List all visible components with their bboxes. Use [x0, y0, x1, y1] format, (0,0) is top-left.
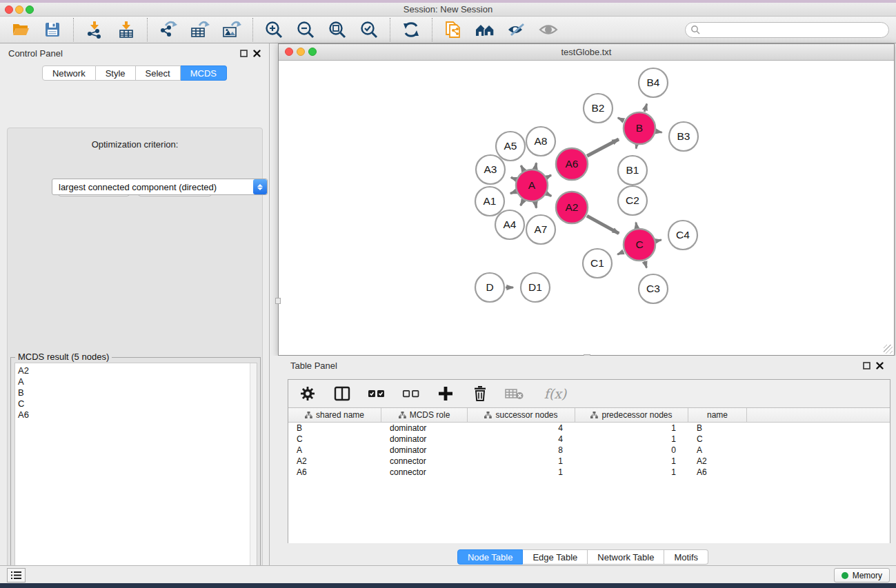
delete-row-icon[interactable]: [470, 384, 490, 403]
task-history-button[interactable]: [7, 568, 26, 582]
table-cell[interactable]: A6: [688, 467, 747, 478]
table-row[interactable]: Bdominator41B: [288, 423, 890, 434]
mcds-result-item[interactable]: A: [18, 376, 257, 387]
graph-edge-A2-C[interactable]: [587, 216, 619, 234]
graph-edge-C-C4[interactable]: [656, 240, 661, 241]
tab-node-table[interactable]: Node Table: [457, 549, 524, 565]
export-table-icon[interactable]: [189, 19, 211, 41]
tab-mcds[interactable]: MCDS: [181, 65, 227, 81]
float-table-panel-icon[interactable]: [863, 362, 870, 369]
column-header-mcds-role[interactable]: MCDS role: [381, 408, 468, 422]
table-cell[interactable]: dominator: [381, 445, 468, 456]
table-cell[interactable]: B: [688, 423, 747, 434]
graph-edge-A-A6[interactable]: [547, 175, 551, 177]
mcds-result-item[interactable]: C: [18, 398, 257, 409]
graph-node-D1[interactable]: D1: [521, 273, 550, 302]
panel-splitter-grip[interactable]: [275, 298, 281, 304]
table-cell[interactable]: 1: [575, 467, 688, 478]
graph-node-C[interactable]: C: [624, 229, 655, 261]
graph-node-A3[interactable]: A3: [476, 155, 505, 184]
import-network-icon[interactable]: [83, 19, 106, 41]
scrollbar[interactable]: [250, 363, 257, 588]
close-network-button[interactable]: [285, 48, 293, 56]
apply-layout-icon[interactable]: [400, 19, 422, 41]
graph-node-A4[interactable]: A4: [495, 210, 524, 239]
graph-node-A8[interactable]: A8: [526, 127, 555, 156]
column-header-shared-name[interactable]: shared name: [288, 408, 381, 422]
table-cell[interactable]: dominator: [381, 423, 468, 434]
zoom-fit-icon[interactable]: [326, 19, 348, 41]
minimize-window-button[interactable]: [15, 6, 23, 14]
graph-edge-A-A8[interactable]: [535, 163, 537, 168]
graph-node-A7[interactable]: A7: [526, 215, 555, 244]
select-all-icon[interactable]: [367, 384, 386, 403]
table-cell[interactable]: A: [688, 445, 747, 456]
maximize-network-button[interactable]: [308, 48, 317, 56]
graph-edge-A-A3[interactable]: [511, 177, 516, 179]
table-row[interactable]: Cdominator41C: [288, 434, 890, 445]
graph-node-C2[interactable]: C2: [618, 186, 647, 215]
graph-edge-B-B3[interactable]: [657, 132, 662, 132]
graph-edge-B-B2[interactable]: [618, 118, 624, 121]
zoom-selected-icon[interactable]: [358, 19, 380, 41]
graph-node-C4[interactable]: C4: [668, 221, 697, 250]
zoom-in-icon[interactable]: [263, 19, 285, 41]
graph-edge-A-A7[interactable]: [535, 202, 537, 207]
table-cell[interactable]: C: [288, 434, 381, 445]
graph-edge-C-C1[interactable]: [617, 252, 624, 254]
graph-edge-A-A4[interactable]: [521, 201, 524, 205]
table-cell[interactable]: 1: [575, 456, 688, 467]
graph-node-A2[interactable]: A2: [556, 192, 588, 223]
show-columns-icon[interactable]: [332, 384, 352, 403]
graph-node-D[interactable]: D: [475, 273, 504, 302]
float-panel-icon[interactable]: [240, 50, 248, 57]
search-box[interactable]: [685, 22, 889, 38]
criterion-dropdown[interactable]: largest connected component (directed): [52, 179, 268, 195]
graph-node-A5[interactable]: A5: [496, 132, 525, 161]
graph-edge-A6-B[interactable]: [587, 139, 619, 156]
resize-grip-icon[interactable]: [884, 345, 893, 354]
tab-motifs[interactable]: Motifs: [664, 549, 708, 565]
memory-button[interactable]: Memory: [834, 568, 890, 582]
open-session-icon[interactable]: [10, 19, 32, 41]
close-table-panel-icon[interactable]: [876, 362, 884, 369]
graph-edge-B-B4[interactable]: [644, 104, 646, 112]
table-cell[interactable]: 1: [575, 423, 688, 434]
column-header-successor-nodes[interactable]: successor nodes: [468, 408, 575, 422]
graph-node-B1[interactable]: B1: [618, 156, 647, 185]
table-cell[interactable]: 4: [468, 434, 575, 445]
graph-edge-A-A2[interactable]: [547, 194, 551, 196]
table-cell[interactable]: 8: [468, 445, 575, 456]
graph-node-A1[interactable]: A1: [475, 187, 504, 216]
graph-edge-A-A5[interactable]: [521, 165, 524, 170]
minimize-network-button[interactable]: [297, 48, 305, 56]
tab-network-table[interactable]: Network Table: [588, 549, 664, 565]
table-cell[interactable]: 1: [575, 434, 688, 445]
graph-edge-C-C3[interactable]: [644, 261, 646, 268]
export-image-icon[interactable]: [221, 19, 243, 41]
mcds-result-item[interactable]: A6: [18, 409, 257, 420]
table-cell[interactable]: A2: [688, 456, 747, 467]
save-session-icon[interactable]: [41, 19, 63, 41]
close-window-button[interactable]: [5, 6, 13, 14]
close-panel-icon[interactable]: [253, 50, 261, 57]
table-cell[interactable]: A2: [288, 456, 381, 467]
table-cell[interactable]: 4: [468, 423, 575, 434]
graph-node-B3[interactable]: B3: [669, 122, 698, 151]
network-window-titlebar[interactable]: testGlobe.txt: [279, 44, 894, 61]
tab-style[interactable]: Style: [96, 65, 136, 81]
column-header-predecessor-nodes[interactable]: predecessor nodes: [575, 408, 688, 422]
tab-select[interactable]: Select: [136, 65, 181, 81]
graph-node-C1[interactable]: C1: [583, 249, 612, 278]
table-cell[interactable]: A: [288, 445, 381, 456]
table-cell[interactable]: connector: [381, 456, 468, 467]
table-cell[interactable]: A6: [288, 467, 381, 478]
table-cell[interactable]: 1: [468, 456, 575, 467]
add-row-icon[interactable]: [436, 384, 455, 403]
tab-edge-table[interactable]: Edge Table: [523, 549, 588, 565]
table-cell[interactable]: 0: [575, 445, 688, 456]
table-settings-icon[interactable]: [298, 384, 317, 403]
table-cell[interactable]: connector: [381, 467, 468, 478]
table-cell[interactable]: B: [288, 423, 381, 434]
unselect-all-icon[interactable]: [401, 384, 421, 403]
